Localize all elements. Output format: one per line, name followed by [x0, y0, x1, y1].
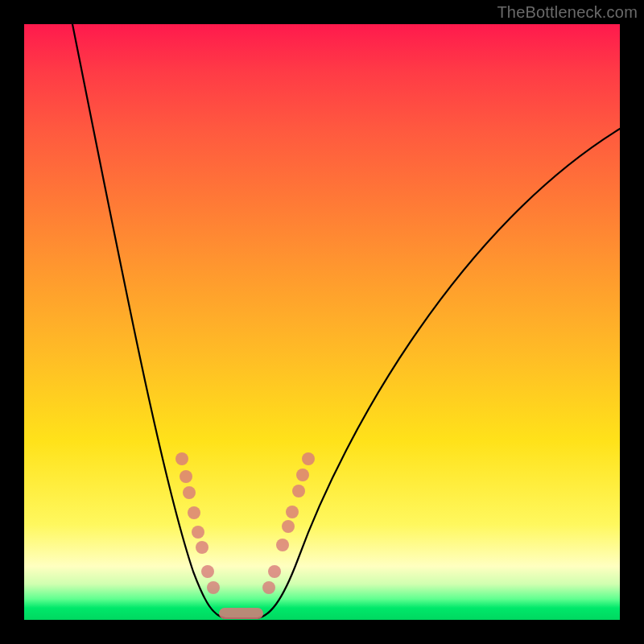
chart-frame: TheBottleneck.com	[0, 0, 644, 644]
marker-dot	[282, 520, 295, 533]
marker-dot	[175, 452, 188, 465]
marker-dot	[192, 526, 204, 539]
bottom-marker-segment	[219, 608, 263, 619]
marker-dot	[196, 541, 208, 554]
marker-dot	[262, 581, 275, 594]
marker-dot	[188, 506, 200, 519]
curve-svg	[24, 24, 620, 620]
marker-dot	[180, 470, 192, 483]
marker-dot	[276, 539, 289, 551]
marker-dot	[201, 565, 214, 578]
marker-dot	[183, 486, 196, 499]
plot-area	[24, 24, 620, 620]
marker-dot	[268, 565, 281, 578]
v-curve	[72, 24, 620, 618]
marker-dot	[286, 506, 299, 518]
marker-dot	[302, 452, 315, 465]
marker-dot	[292, 485, 305, 497]
watermark-text: TheBottleneck.com	[497, 3, 638, 22]
marker-dot	[296, 469, 309, 481]
marker-dot	[207, 581, 220, 594]
